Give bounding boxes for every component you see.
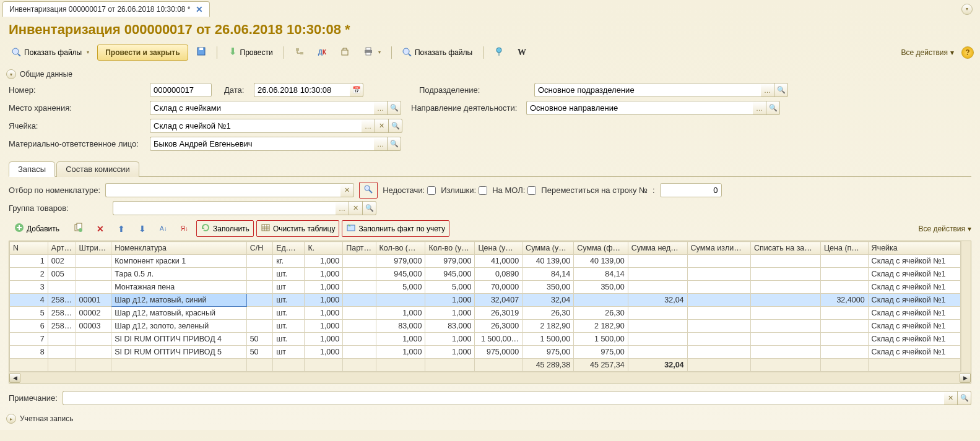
tab-commission[interactable]: Состав комиссии — [56, 161, 139, 177]
table-row[interactable]: 3Монтажная пенашт1,0005,0005,00070,00003… — [10, 281, 961, 294]
select-icon[interactable]: … — [336, 201, 349, 215]
print-button[interactable] — [358, 44, 386, 61]
mol-checkbox[interactable]: На МОЛ: — [492, 186, 536, 195]
goto-row-field[interactable] — [660, 183, 722, 197]
calendar-icon[interactable]: 📅 — [350, 83, 363, 97]
column-header[interactable]: N — [10, 242, 48, 255]
table-row[interactable]: 2005Тара 0.5 л.шт.1,000945,000945,0000,0… — [10, 268, 961, 281]
column-header[interactable]: Сумма изли… — [687, 242, 750, 255]
section-account-title: Учетная запись — [20, 414, 73, 423]
clear-icon[interactable]: ✕ — [944, 391, 958, 405]
sort-asc-button[interactable]: A↓ — [154, 223, 173, 234]
clear-icon[interactable]: ✕ — [375, 119, 389, 133]
tab-stocks[interactable]: Запасы — [9, 161, 55, 177]
table-row[interactable]: 62585000003Шар д12, золото, зеленыйшт.1,… — [10, 320, 961, 333]
post-and-close-button[interactable]: Провести и закрыть — [97, 45, 188, 61]
table-row[interactable]: 42585200001Шар д12, матовый, синийшт.1,0… — [10, 294, 961, 307]
fill-button[interactable]: Заполнить — [196, 220, 254, 237]
show-files-button[interactable]: Показать файлы — [6, 44, 95, 61]
clear-icon[interactable]: ✕ — [349, 201, 363, 215]
column-header[interactable]: Цена (у… — [475, 242, 523, 255]
search-icon[interactable]: 🔍 — [774, 83, 788, 97]
stocks-table[interactable]: NАрт…Штрих…НоменклатураС/НЕд.И…К.Парт…Ко… — [9, 241, 961, 372]
select-icon[interactable]: … — [374, 101, 388, 115]
column-header[interactable]: Кол-во (у… — [425, 242, 475, 255]
report-button[interactable] — [334, 44, 355, 61]
cell-field[interactable] — [150, 119, 362, 133]
column-header[interactable]: Сумма нед… — [628, 242, 687, 255]
scroll-left-icon[interactable]: ◀ — [9, 373, 20, 383]
column-header[interactable]: К. — [305, 242, 343, 255]
structure-button[interactable] — [289, 44, 310, 61]
nom-filter-label: Отбор по номенклатуре: — [9, 186, 100, 195]
nom-filter-field[interactable] — [105, 183, 340, 197]
grid: NАрт…Штрих…НоменклатураС/НЕд.И…К.Парт…Ко… — [9, 241, 971, 383]
scroll-right-icon[interactable]: ▶ — [960, 373, 971, 383]
column-header[interactable]: Цена (п… — [820, 242, 868, 255]
select-icon[interactable]: … — [761, 83, 774, 97]
search-icon[interactable]: 🔍 — [388, 137, 401, 151]
location-button[interactable] — [488, 44, 510, 61]
search-icon[interactable]: 🔍 — [389, 119, 402, 133]
clear-icon[interactable]: ✕ — [340, 183, 354, 197]
grid-all-actions-dropdown[interactable]: Все действия ▾ — [919, 225, 971, 233]
activity-field[interactable] — [526, 101, 753, 115]
expand-icon[interactable]: ▸ — [6, 414, 16, 424]
column-header[interactable]: Номенклатура — [111, 242, 247, 255]
cell-label: Ячейка: — [9, 121, 144, 131]
group-filter-field[interactable] — [113, 201, 336, 215]
table-row[interactable]: 1002Компонент краски 1кг.1,000979,000979… — [10, 255, 961, 268]
column-header[interactable]: Штрих… — [76, 242, 111, 255]
add-row-button[interactable]: Добавить — [9, 220, 65, 237]
column-header[interactable]: С/Н — [246, 242, 273, 255]
apply-filter-button[interactable] — [359, 182, 378, 199]
mol-field[interactable] — [150, 137, 374, 151]
dept-field[interactable] — [534, 83, 761, 97]
vertical-scrollbar[interactable] — [961, 241, 971, 372]
column-header[interactable]: Списать на за… — [750, 242, 820, 255]
sort-desc-button[interactable]: Я↓ — [175, 223, 194, 234]
show-files-button-2[interactable]: Показать файлы — [397, 44, 478, 61]
number-field[interactable] — [150, 83, 212, 97]
post-button[interactable]: Провести — [222, 44, 279, 61]
notes-field[interactable] — [63, 391, 944, 405]
document-tab[interactable]: Инвентаризация 000000017 от 26.06.2018 1… — [2, 1, 210, 17]
collapse-icon[interactable]: ▾ — [6, 69, 16, 79]
column-header[interactable]: Парт… — [343, 242, 376, 255]
shortage-checkbox[interactable]: Недостачи: — [383, 186, 436, 195]
all-actions-dropdown[interactable]: Все действия ▾ — [901, 48, 954, 57]
copy-row-button[interactable] — [67, 220, 89, 237]
search-icon[interactable]: 🔍 — [363, 201, 376, 215]
dtct-button[interactable]: ДК — [313, 46, 332, 58]
surplus-checkbox[interactable]: Излишки: — [441, 186, 487, 195]
select-icon[interactable]: … — [362, 119, 375, 133]
search-icon[interactable]: 🔍 — [766, 101, 780, 115]
table-row[interactable]: 52585100002Шар д12, матовый, красныйшт.1… — [10, 307, 961, 320]
wiki-button[interactable]: W — [512, 45, 532, 60]
select-icon[interactable]: … — [753, 101, 766, 115]
search-icon[interactable]: 🔍 — [388, 101, 401, 115]
fill-fact-button[interactable]: Заполнить факт по учету — [342, 220, 449, 237]
column-header[interactable]: Арт… — [48, 242, 76, 255]
horizontal-scrollbar[interactable]: ◀ ▶ — [9, 372, 971, 383]
help-icon[interactable]: ? — [961, 46, 974, 59]
column-header[interactable]: Сумма (у… — [523, 242, 574, 255]
delete-row-button[interactable]: ✕ — [91, 221, 110, 236]
column-header[interactable]: Ячейка — [868, 242, 960, 255]
table-row[interactable]: 8SI DI RUM ОПТИЧ ПРИВОД 550шт1,0001,0001… — [10, 346, 961, 359]
tabs-dropdown-icon[interactable]: ▾ — [961, 4, 973, 15]
save-button[interactable] — [191, 44, 212, 61]
select-icon[interactable]: … — [374, 137, 388, 151]
close-icon[interactable]: ✕ — [196, 4, 203, 14]
column-header[interactable]: Ед.И… — [273, 242, 305, 255]
move-down-button[interactable]: ⬇ — [133, 221, 152, 236]
table-row[interactable]: 7SI DI RUM ОПТИЧ ПРИВОД 450шт.1,0001,000… — [10, 333, 961, 346]
column-header[interactable]: Сумма (ф… — [574, 242, 628, 255]
storage-field[interactable] — [150, 101, 374, 115]
search-icon[interactable]: 🔍 — [958, 391, 971, 405]
clear-table-button[interactable]: Очистить таблицу — [256, 220, 340, 237]
date-field[interactable] — [254, 83, 350, 97]
table-icon — [261, 223, 271, 234]
column-header[interactable]: Кол-во (ф… — [376, 242, 425, 255]
move-up-button[interactable]: ⬆ — [112, 221, 131, 236]
